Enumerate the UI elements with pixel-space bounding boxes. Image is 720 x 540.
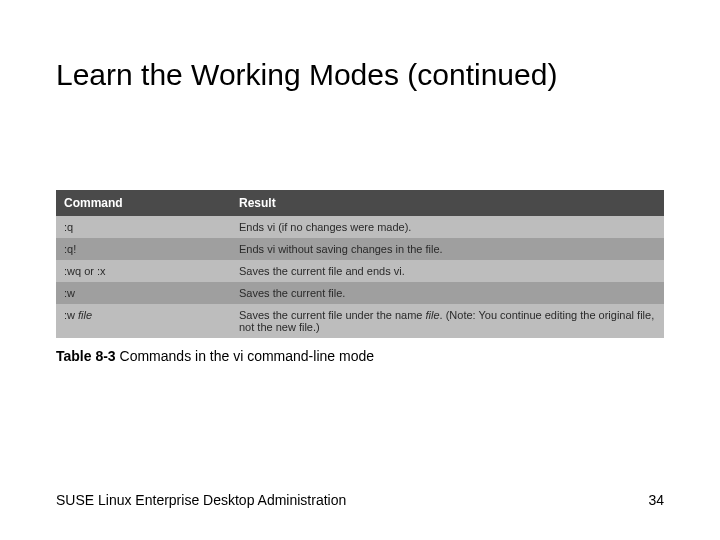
th-command: Command [56, 190, 231, 216]
page-number: 34 [648, 492, 664, 508]
table-row: :w file Saves the current file under the… [56, 304, 664, 338]
cell-result: Saves the current file under the name fi… [231, 304, 664, 338]
th-result: Result [231, 190, 664, 216]
cell-command: :w [56, 282, 231, 304]
page-title: Learn the Working Modes (continued) [56, 58, 557, 92]
footer-text: SUSE Linux Enterprise Desktop Administra… [56, 492, 346, 508]
table-row: :w Saves the current file. [56, 282, 664, 304]
cell-result: Saves the current file and ends vi. [231, 260, 664, 282]
cell-result: Saves the current file. [231, 282, 664, 304]
cell-command: :q! [56, 238, 231, 260]
cell-result: Ends vi without saving changes in the fi… [231, 238, 664, 260]
table-caption: Table 8-3 Commands in the vi command-lin… [56, 348, 374, 364]
cell-command: :w file [56, 304, 231, 338]
table-row: :q Ends vi (if no changes were made). [56, 216, 664, 238]
table-row: :q! Ends vi without saving changes in th… [56, 238, 664, 260]
command-table: Command Result :q Ends vi (if no changes… [56, 190, 664, 338]
cell-command: :wq or :x [56, 260, 231, 282]
cell-result: Ends vi (if no changes were made). [231, 216, 664, 238]
cell-command: :q [56, 216, 231, 238]
table-row: :wq or :x Saves the current file and end… [56, 260, 664, 282]
